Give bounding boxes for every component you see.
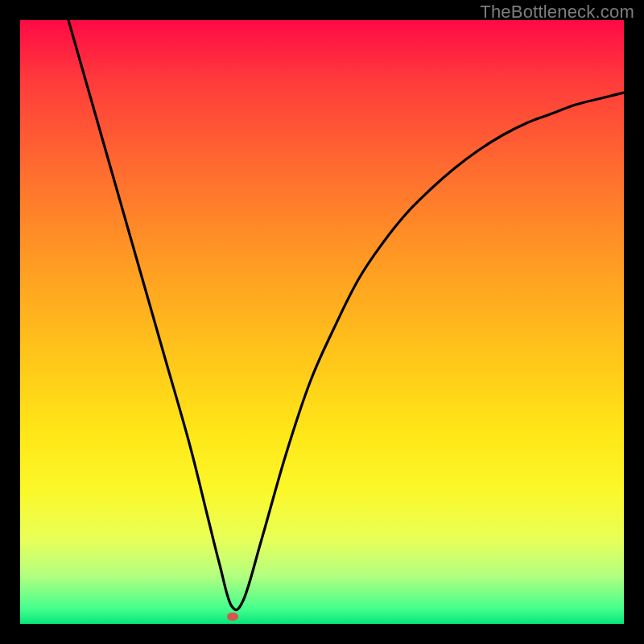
plot-area: [20, 20, 624, 624]
chart-frame: TheBottleneck.com: [0, 0, 644, 644]
watermark-text: TheBottleneck.com: [480, 2, 634, 23]
minimum-marker: [227, 613, 238, 621]
bottleneck-curve: [20, 20, 624, 624]
